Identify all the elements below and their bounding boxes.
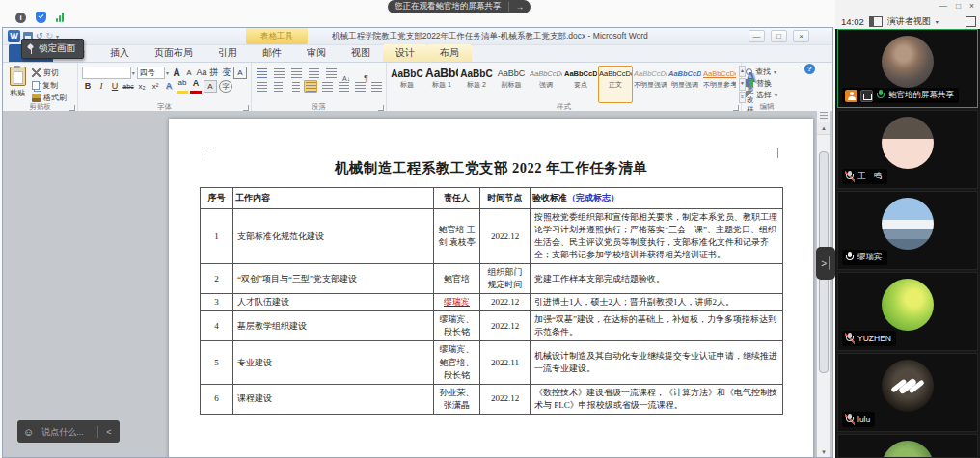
- paragraph-tool-icon[interactable]: [337, 80, 350, 93]
- font-tool-icon[interactable]: Aa: [196, 67, 207, 79]
- style-gallery-item[interactable]: AaBbCcDc 明显强调: [667, 66, 702, 103]
- speaker-view-icon[interactable]: [869, 16, 883, 27]
- cell-acceptance: 机械设计制造及其自动化专业继续提交专业认证申请，继续推进一流专业建设。: [531, 341, 783, 384]
- paragraph-tool-icon[interactable]: [304, 80, 317, 93]
- chat-quick-bar[interactable]: ☺ <: [17, 420, 120, 443]
- paragraph-tool-icon[interactable]: [324, 67, 339, 79]
- font-name-box[interactable]: [82, 67, 131, 79]
- paragraph-tool-icon[interactable]: [272, 67, 286, 79]
- participant-tile[interactable]: 缪瑞宾: [837, 191, 978, 270]
- meeting-window-controls: — □ ×: [939, 1, 974, 11]
- ruler-toggle-icon[interactable]: [820, 112, 828, 121]
- ribbon-tab[interactable]: 设计: [383, 44, 427, 62]
- clipboard-item[interactable]: 剪切: [32, 67, 67, 78]
- style-gallery-item[interactable]: AaBbC 副标题: [494, 66, 529, 103]
- fullscreen-icon[interactable]: [966, 16, 976, 27]
- paragraph-tool-icon[interactable]: [307, 67, 321, 79]
- style-gallery-item[interactable]: AaBbC 标题 2: [459, 66, 494, 103]
- document-scrollbar[interactable]: ▲ ▼: [816, 111, 830, 457]
- collapse-ribbon-icon[interactable]: ˆ: [796, 65, 799, 73]
- scroll-up-icon[interactable]: ▲: [817, 122, 830, 135]
- table-row: 6 课程建设 孙业荣、张潇晶 2022.12 《数控技术》建设省级一流课程，《计…: [201, 384, 783, 414]
- font-tool-icon[interactable]: B: [82, 80, 94, 93]
- participant-tile[interactable]: YUZHEN: [837, 272, 978, 351]
- ribbon-tab[interactable]: 页面布局: [142, 44, 205, 62]
- paragraph-tool-icon[interactable]: [369, 80, 383, 93]
- participant-tile[interactable]: 王一鸣: [837, 110, 978, 189]
- chat-collapse-icon[interactable]: <: [104, 427, 113, 437]
- style-gallery-item[interactable]: AaBbC 标题: [390, 66, 424, 103]
- style-gallery-item[interactable]: AaBbC 标题 1: [424, 66, 459, 103]
- style-gallery-item[interactable]: AaBbCcDd 不明显强调: [633, 66, 667, 103]
- crop-mark: [768, 148, 778, 158]
- font-size-box[interactable]: 四号: [137, 67, 165, 79]
- header-note: （完成标志）: [567, 193, 619, 202]
- font-tool-icon[interactable]: 变: [221, 67, 232, 79]
- close-button[interactable]: ×: [793, 30, 809, 42]
- font-tool-icon[interactable]: A: [190, 78, 202, 94]
- paragraph-tool-icon[interactable]: [341, 67, 356, 79]
- ribbon-tab[interactable]: 布局: [427, 44, 472, 62]
- paragraph-tool-icon[interactable]: [271, 80, 285, 93]
- banner-arrow-icon[interactable]: →: [508, 2, 525, 12]
- panel-expand-handle[interactable]: >: [816, 247, 835, 280]
- document-page[interactable]: 机械制造工程系教工党支部 2022 年工作任务清单 序号工作内容责任人时间节点 …: [169, 119, 813, 457]
- cell-index: 6: [201, 384, 233, 414]
- meeting-info-icon[interactable]: i: [15, 13, 26, 23]
- cell-task: 人才队伍建设: [233, 294, 434, 311]
- font-tool-icon[interactable]: abc: [122, 80, 134, 93]
- chat-input[interactable]: [40, 426, 92, 438]
- paragraph-tool-icon[interactable]: [255, 80, 268, 93]
- style-gallery-item[interactable]: AaBbCcDc 不明显参考: [702, 66, 737, 103]
- paragraph-tool-icon[interactable]: [320, 80, 334, 93]
- close-button[interactable]: ×: [969, 1, 974, 11]
- font-tool-icon[interactable]: A: [233, 67, 247, 79]
- participant-label: 缪瑞宾: [842, 250, 887, 265]
- font-tool-icon[interactable]: ab: [177, 78, 188, 94]
- font-tool-icon[interactable]: 字: [219, 80, 232, 93]
- chevron-down-icon[interactable]: ▾: [936, 18, 939, 25]
- minimize-button[interactable]: —: [749, 30, 765, 42]
- help-icon[interactable]: ?: [804, 64, 815, 74]
- emoji-icon[interactable]: ☺: [23, 426, 34, 438]
- ribbon-tab[interactable]: 邮件: [250, 44, 294, 62]
- font-tool-icon[interactable]: 拼: [208, 67, 220, 79]
- style-gallery-item[interactable]: AaBbCcDc 要点: [563, 66, 598, 103]
- ribbon-tab[interactable]: 视图: [339, 44, 383, 62]
- maximize-button[interactable]: □: [771, 30, 787, 42]
- font-tool-icon[interactable]: A: [204, 80, 217, 93]
- participant-tile-sharing[interactable]: 鲍官培的屏幕共享: [837, 29, 978, 108]
- ribbon-tab[interactable]: 审阅: [294, 44, 339, 62]
- font-tool-icon[interactable]: I: [95, 80, 107, 93]
- font-tool-icon[interactable]: A: [163, 80, 175, 93]
- font-tool-icon[interactable]: A: [171, 67, 182, 79]
- paragraph-tool-icon[interactable]: [359, 67, 373, 79]
- font-tool-icon[interactable]: x²: [150, 80, 161, 93]
- paragraph-tool-icon[interactable]: [287, 80, 301, 93]
- maximize-button[interactable]: □: [956, 1, 961, 11]
- view-mode-label[interactable]: 演讲者视图: [887, 15, 931, 28]
- font-tool-icon[interactable]: U: [109, 80, 121, 93]
- participant-tile-partial[interactable]: [837, 434, 978, 458]
- word-logo-icon[interactable]: W: [8, 30, 20, 42]
- sidebar-topstrip: — □ × 14:02 演讲者视图 ▾: [835, 0, 980, 29]
- ribbon-tab[interactable]: 引用: [205, 44, 250, 62]
- paragraph-tool-icon[interactable]: [255, 67, 269, 79]
- paragraph-tool-icon[interactable]: [353, 80, 367, 93]
- clipboard-item[interactable]: 复制: [32, 79, 67, 91]
- font-tool-icon[interactable]: A: [183, 67, 195, 79]
- font-tool-icon[interactable]: x₂: [136, 80, 148, 93]
- meeting-security-shield-icon[interactable]: [36, 12, 46, 23]
- style-gallery-item[interactable]: AaBbCcDd 强调: [529, 66, 563, 103]
- editing-item[interactable]: 查找 ▾: [746, 66, 790, 77]
- editing-item[interactable]: 选择 ▾: [746, 89, 790, 100]
- participant-tile[interactable]: lulu: [837, 353, 978, 432]
- minimize-button[interactable]: —: [939, 1, 947, 11]
- style-gallery-item[interactable]: AaBbCcDd 正文: [598, 66, 633, 103]
- paste-icon: [10, 67, 26, 86]
- editing-item[interactable]: 替换: [746, 77, 790, 89]
- mic-icon: [845, 414, 855, 425]
- paragraph-tool-icon[interactable]: [289, 67, 304, 79]
- scroll-down-icon[interactable]: ▼: [817, 449, 830, 455]
- ribbon-tab[interactable]: 插入: [97, 44, 142, 62]
